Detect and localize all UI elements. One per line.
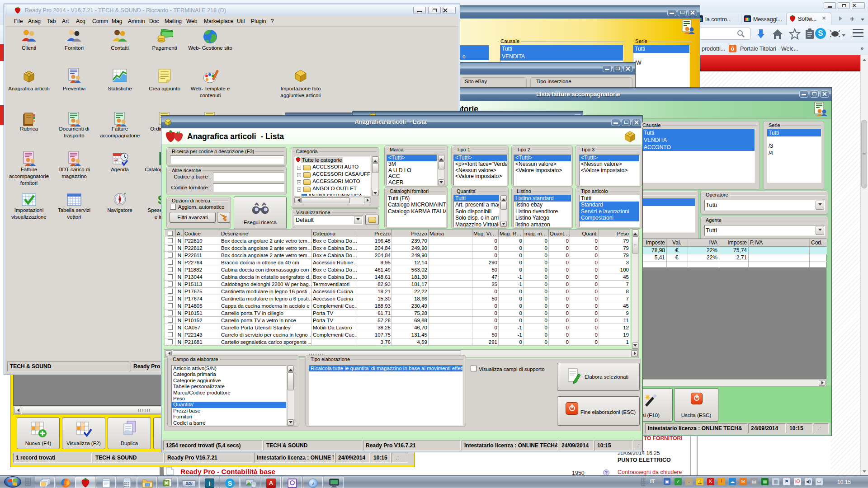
svg-text:12: 12 [114, 158, 118, 162]
